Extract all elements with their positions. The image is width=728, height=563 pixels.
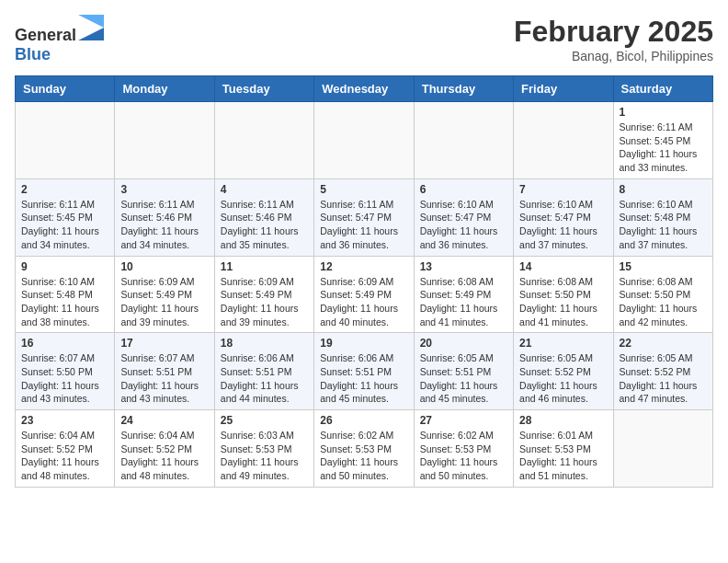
calendar-cell: 5Sunrise: 6:11 AMSunset: 5:47 PMDaylight…	[314, 178, 414, 256]
day-info: Sunrise: 6:10 AMSunset: 5:47 PMDaylight:…	[420, 198, 507, 252]
day-info: Sunrise: 6:07 AMSunset: 5:51 PMDaylight:…	[120, 351, 208, 406]
logo: General Blue	[15, 15, 104, 64]
calendar-cell: 19Sunrise: 6:06 AMSunset: 5:51 PMDayligh…	[314, 333, 414, 410]
day-number: 6	[420, 183, 507, 196]
day-info: Sunrise: 6:09 AMSunset: 5:49 PMDaylight:…	[320, 275, 407, 329]
day-info: Sunrise: 6:05 AMSunset: 5:52 PMDaylight:…	[620, 351, 707, 406]
calendar-cell: 27Sunrise: 6:02 AMSunset: 5:53 PMDayligh…	[414, 410, 513, 488]
logo-text: General Blue	[15, 15, 104, 64]
logo-blue: Blue	[15, 45, 51, 63]
day-info: Sunrise: 6:11 AMSunset: 5:47 PMDaylight:…	[320, 198, 407, 252]
weekday-header-row: SundayMondayTuesdayWednesdayThursdayFrid…	[16, 76, 713, 102]
day-number: 13	[420, 260, 507, 273]
day-info: Sunrise: 6:09 AMSunset: 5:49 PMDaylight:…	[120, 275, 208, 329]
day-info: Sunrise: 6:02 AMSunset: 5:53 PMDaylight:…	[320, 429, 407, 483]
day-number: 10	[120, 260, 208, 273]
day-number: 9	[21, 260, 108, 273]
calendar-cell: 14Sunrise: 6:08 AMSunset: 5:50 PMDayligh…	[514, 256, 613, 333]
location: Banag, Bicol, Philippines	[514, 49, 713, 63]
calendar-cell	[514, 102, 613, 179]
calendar-cell: 7Sunrise: 6:10 AMSunset: 5:47 PMDaylight…	[514, 178, 613, 256]
calendar-cell: 21Sunrise: 6:05 AMSunset: 5:52 PMDayligh…	[514, 333, 613, 410]
day-info: Sunrise: 6:11 AMSunset: 5:45 PMDaylight:…	[620, 121, 707, 175]
day-info: Sunrise: 6:11 AMSunset: 5:45 PMDaylight:…	[21, 198, 108, 252]
calendar-cell: 22Sunrise: 6:05 AMSunset: 5:52 PMDayligh…	[613, 333, 712, 410]
calendar-cell: 9Sunrise: 6:10 AMSunset: 5:48 PMDaylight…	[16, 256, 115, 333]
logo-icon	[78, 15, 104, 40]
svg-marker-1	[78, 15, 104, 28]
day-number: 20	[420, 337, 507, 350]
day-number: 24	[120, 414, 208, 427]
calendar-cell	[115, 102, 214, 179]
day-info: Sunrise: 6:03 AMSunset: 5:53 PMDaylight:…	[221, 429, 308, 483]
day-number: 16	[21, 337, 108, 350]
day-number: 17	[120, 337, 208, 350]
calendar-cell: 17Sunrise: 6:07 AMSunset: 5:51 PMDayligh…	[115, 333, 214, 410]
day-number: 28	[519, 414, 607, 427]
day-number: 19	[320, 337, 407, 350]
calendar-cell: 28Sunrise: 6:01 AMSunset: 5:53 PMDayligh…	[514, 410, 613, 488]
day-info: Sunrise: 6:08 AMSunset: 5:49 PMDaylight:…	[420, 275, 507, 329]
weekday-header-wednesday: Wednesday	[314, 76, 414, 102]
day-info: Sunrise: 6:10 AMSunset: 5:48 PMDaylight:…	[620, 198, 707, 252]
day-info: Sunrise: 6:07 AMSunset: 5:50 PMDaylight:…	[21, 351, 108, 406]
day-number: 8	[620, 183, 707, 196]
day-info: Sunrise: 6:10 AMSunset: 5:48 PMDaylight:…	[21, 275, 108, 329]
weekday-header-friday: Friday	[514, 76, 613, 102]
calendar-cell: 11Sunrise: 6:09 AMSunset: 5:49 PMDayligh…	[214, 256, 313, 333]
calendar-cell: 4Sunrise: 6:11 AMSunset: 5:46 PMDaylight…	[214, 178, 313, 256]
page-header: General Blue February 2025 Banag, Bicol,…	[15, 15, 713, 64]
day-number: 4	[221, 183, 308, 196]
day-info: Sunrise: 6:05 AMSunset: 5:52 PMDaylight:…	[519, 351, 607, 406]
calendar-cell	[314, 102, 414, 179]
calendar-cell: 12Sunrise: 6:09 AMSunset: 5:49 PMDayligh…	[314, 256, 414, 333]
weekday-header-sunday: Sunday	[16, 76, 115, 102]
day-number: 12	[320, 260, 407, 273]
day-number: 7	[519, 183, 607, 196]
calendar-cell: 25Sunrise: 6:03 AMSunset: 5:53 PMDayligh…	[214, 410, 313, 488]
weekday-header-thursday: Thursday	[414, 76, 513, 102]
day-number: 26	[320, 414, 407, 427]
weekday-header-monday: Monday	[115, 76, 214, 102]
calendar-cell: 13Sunrise: 6:08 AMSunset: 5:49 PMDayligh…	[414, 256, 513, 333]
calendar-cell: 18Sunrise: 6:06 AMSunset: 5:51 PMDayligh…	[214, 333, 313, 410]
day-number: 25	[221, 414, 308, 427]
day-number: 18	[221, 337, 308, 350]
day-info: Sunrise: 6:10 AMSunset: 5:47 PMDaylight:…	[519, 198, 607, 252]
day-info: Sunrise: 6:06 AMSunset: 5:51 PMDaylight:…	[221, 351, 308, 406]
calendar-cell: 3Sunrise: 6:11 AMSunset: 5:46 PMDaylight…	[115, 178, 214, 256]
day-number: 23	[21, 414, 108, 427]
day-info: Sunrise: 6:01 AMSunset: 5:53 PMDaylight:…	[519, 429, 607, 483]
svg-marker-0	[78, 28, 104, 40]
day-info: Sunrise: 6:08 AMSunset: 5:50 PMDaylight:…	[519, 275, 607, 329]
calendar-cell	[613, 410, 712, 488]
calendar-table: SundayMondayTuesdayWednesdayThursdayFrid…	[15, 75, 713, 488]
calendar-week-row: 16Sunrise: 6:07 AMSunset: 5:50 PMDayligh…	[16, 333, 713, 410]
weekday-header-saturday: Saturday	[613, 76, 712, 102]
day-number: 5	[320, 183, 407, 196]
day-number: 27	[420, 414, 507, 427]
day-info: Sunrise: 6:11 AMSunset: 5:46 PMDaylight:…	[120, 198, 208, 252]
calendar-cell: 23Sunrise: 6:04 AMSunset: 5:52 PMDayligh…	[16, 410, 115, 488]
calendar-cell: 20Sunrise: 6:05 AMSunset: 5:51 PMDayligh…	[414, 333, 513, 410]
day-info: Sunrise: 6:06 AMSunset: 5:51 PMDaylight:…	[320, 351, 407, 406]
calendar-week-row: 1Sunrise: 6:11 AMSunset: 5:45 PMDaylight…	[16, 102, 713, 179]
day-info: Sunrise: 6:08 AMSunset: 5:50 PMDaylight:…	[620, 275, 707, 329]
day-number: 2	[21, 183, 108, 196]
day-info: Sunrise: 6:09 AMSunset: 5:49 PMDaylight:…	[221, 275, 308, 329]
day-number: 15	[620, 260, 707, 273]
weekday-header-tuesday: Tuesday	[214, 76, 313, 102]
title-block: February 2025 Banag, Bicol, Philippines	[514, 15, 713, 63]
logo-general: General	[15, 26, 76, 44]
day-info: Sunrise: 6:11 AMSunset: 5:46 PMDaylight:…	[221, 198, 308, 252]
day-number: 1	[620, 106, 707, 119]
calendar-cell	[16, 102, 115, 179]
day-number: 3	[120, 183, 208, 196]
day-number: 11	[221, 260, 308, 273]
calendar-cell: 1Sunrise: 6:11 AMSunset: 5:45 PMDaylight…	[613, 102, 712, 179]
calendar-cell: 8Sunrise: 6:10 AMSunset: 5:48 PMDaylight…	[613, 178, 712, 256]
day-info: Sunrise: 6:05 AMSunset: 5:51 PMDaylight:…	[420, 351, 507, 406]
day-number: 14	[519, 260, 607, 273]
day-info: Sunrise: 6:02 AMSunset: 5:53 PMDaylight:…	[420, 429, 507, 483]
calendar-week-row: 2Sunrise: 6:11 AMSunset: 5:45 PMDaylight…	[16, 178, 713, 256]
